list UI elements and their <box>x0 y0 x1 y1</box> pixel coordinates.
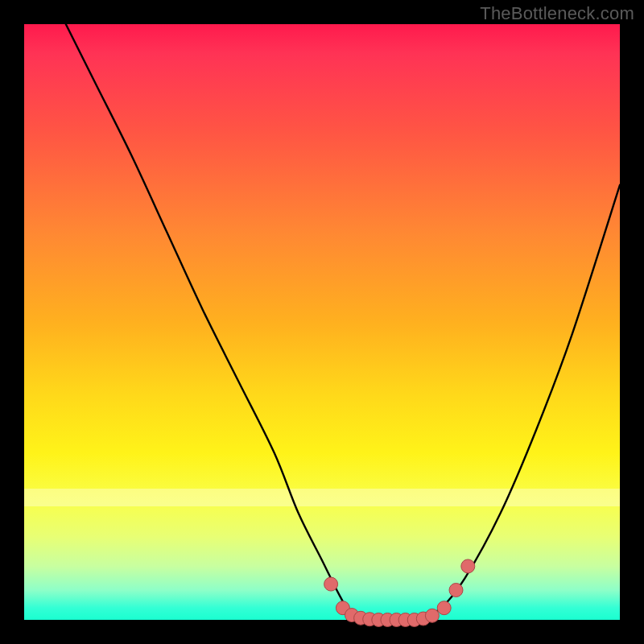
plot-area <box>24 24 620 620</box>
marker-point <box>437 601 451 615</box>
marker-point <box>324 577 338 591</box>
watermark-text: TheBottleneck.com <box>480 3 634 24</box>
marker-point <box>461 559 475 573</box>
curve-markers <box>324 559 475 627</box>
chart-frame: TheBottleneck.com <box>0 0 644 644</box>
marker-point <box>425 609 439 622</box>
bottleneck-curve <box>66 24 620 621</box>
curve-layer <box>24 24 620 620</box>
marker-point <box>449 584 463 597</box>
